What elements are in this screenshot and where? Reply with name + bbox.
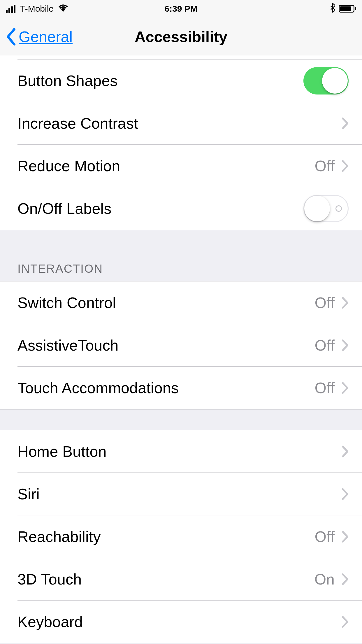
status-bar: T-Mobile 6:39 PM [0,0,362,18]
chevron-right-icon [342,339,349,351]
toggle-off-indicator-icon [335,205,342,212]
row-detail: Off [315,157,335,175]
back-label: General [19,28,73,46]
chevron-right-icon [342,573,349,585]
wifi-icon [58,4,68,14]
chevron-right-icon [342,445,349,458]
section-header-interaction: INTERACTION [0,230,362,281]
chevron-left-icon [6,28,16,46]
chevron-right-icon [342,531,349,543]
carrier-label: T-Mobile [20,4,54,14]
row-label: Home Button [17,443,107,460]
row-label: AssistiveTouch [17,337,119,354]
row-label: Button Shapes [17,72,118,90]
row-label: Increase Contrast [17,115,138,132]
row-detail: On [314,570,335,588]
row-detail: Off [315,379,335,397]
partial-row-above [0,56,362,60]
row-label: Keyboard [17,613,83,631]
row-label: 3D Touch [17,570,82,588]
toggle-button-shapes[interactable] [303,67,349,94]
toggle-knob [322,68,348,94]
row-switch-control[interactable]: Switch Control Off [0,281,362,324]
chevron-right-icon [342,488,349,500]
chevron-right-icon [342,160,349,172]
status-bar-left: T-Mobile [6,4,68,14]
row-label: Reachability [17,528,101,545]
settings-group-display: Button Shapes Increase Contrast Reduce M… [0,60,362,230]
row-3d-touch[interactable]: 3D Touch On [0,558,362,601]
chevron-right-icon [342,117,349,130]
cellular-signal-icon [6,5,15,13]
toggle-knob [304,196,330,221]
row-label: Siri [17,485,40,503]
row-label: Touch Accommodations [17,379,179,397]
status-bar-right [330,3,356,15]
chevron-right-icon [342,297,349,309]
row-assistivetouch[interactable]: AssistiveTouch Off [0,324,362,367]
row-touch-accommodations[interactable]: Touch Accommodations Off [0,367,362,409]
chevron-right-icon [342,616,349,628]
bluetooth-icon [330,3,335,15]
status-bar-time: 6:39 PM [164,4,197,14]
back-button[interactable]: General [6,28,73,46]
row-reachability[interactable]: Reachability Off [0,515,362,558]
row-onoff-labels[interactable]: On/Off Labels [0,187,362,230]
section-spacer [0,410,362,430]
row-label: On/Off Labels [17,200,112,217]
row-button-shapes[interactable]: Button Shapes [0,60,362,102]
row-siri[interactable]: Siri [0,473,362,515]
row-increase-contrast[interactable]: Increase Contrast [0,102,362,145]
row-label: Switch Control [17,294,116,312]
settings-group-interaction: Switch Control Off AssistiveTouch Off To… [0,281,362,410]
chevron-right-icon [342,382,349,394]
row-reduce-motion[interactable]: Reduce Motion Off [0,145,362,187]
settings-group-input: Home Button Siri Reachability Off 3D Tou… [0,430,362,643]
toggle-onoff-labels[interactable] [303,195,349,222]
row-detail: Off [315,294,335,312]
row-home-button[interactable]: Home Button [0,430,362,473]
row-detail: Off [315,528,335,545]
navigation-bar: General Accessibility [0,18,362,56]
row-keyboard[interactable]: Keyboard [0,601,362,643]
row-label: Reduce Motion [17,157,120,175]
row-detail: Off [315,337,335,354]
battery-icon [339,5,356,13]
page-title: Accessibility [135,28,227,46]
